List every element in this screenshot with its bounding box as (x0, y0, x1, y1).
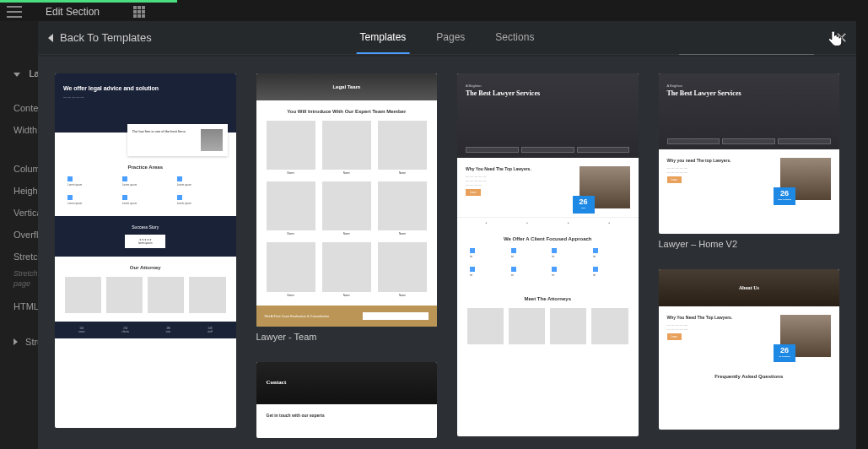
thumb-hero-title: Contact (256, 362, 438, 404)
thumb-why-title: Why you need The top Lawyers. (667, 158, 776, 163)
tab-templates[interactable]: Templates (357, 21, 410, 54)
template-card[interactable]: A Brighton The Best Lawyer Services Why … (457, 73, 639, 436)
thumb-why-title: Why You Need The Top Lawyers. (667, 315, 776, 320)
modal-tabs: Templates Pages Sections (357, 21, 538, 54)
chevron-left-icon (48, 34, 53, 42)
thumb-hero-title: About Us (659, 269, 840, 306)
thumb-badge: Legal Team (256, 73, 438, 100)
chevron-right-icon (13, 338, 18, 345)
chevron-down-icon[interactable] (13, 73, 20, 77)
template-label: Lawyer - Team (256, 332, 438, 342)
thumb-meet-title: Meet The Attorneys (467, 296, 628, 301)
app-topbar: Edit Section (0, 3, 868, 21)
thumb-faq-title: Frequently Asked Questions (669, 374, 830, 379)
template-card[interactable]: Legal Team You Will Introduce With Our E… (256, 73, 438, 342)
template-card[interactable]: About Us Why You Need The Top Lawyers. —… (659, 269, 840, 430)
grid-icon[interactable] (133, 6, 145, 18)
template-card[interactable]: We offer legal advice and solution — — —… (55, 73, 236, 428)
thumb-hero-title: The Best Lawyer Services (667, 89, 832, 97)
tab-sections[interactable]: Sections (492, 21, 537, 54)
thumb-body-title: Get in touch with our experts (256, 404, 438, 426)
thumb-success-title: Success Story (65, 224, 226, 230)
thumb-cta: Get A Free Case Evaluation & Consultatio… (265, 314, 347, 318)
thumb-subtitle: You Will Introduce With Our Expert Team … (267, 109, 428, 114)
thumb-approach-title: We Offer A Client Focused Approach (467, 236, 628, 241)
thumb-hero-title: The Best Lawyer Services (466, 89, 630, 97)
thumb-why-title: Why You Need The Top Lawyers. (466, 166, 574, 171)
hamburger-icon[interactable] (7, 6, 22, 18)
thumb-float-text: Our law firm is one of the best firms (132, 129, 197, 151)
template-card[interactable]: A Brighton The Best Lawyer Services Why … (659, 73, 840, 249)
thumb-attorney-title: Our Attorney (65, 265, 226, 270)
back-label: Back To Templates (60, 31, 152, 44)
template-label: Lawyer – Home V2 (659, 239, 840, 249)
back-button[interactable]: Back To Templates (48, 31, 152, 44)
template-library-modal: Back To Templates Templates Pages Sectio… (38, 21, 856, 449)
close-icon[interactable]: ✕ (835, 29, 848, 47)
template-grid[interactable]: We offer legal advice and solution — — —… (38, 57, 856, 449)
topbar-title: Edit Section (46, 6, 100, 18)
modal-header: Back To Templates Templates Pages Sectio… (38, 21, 856, 55)
thumb-hero-title: We offer legal advice and solution (63, 85, 228, 92)
template-card[interactable]: Contact Get in touch with our experts (256, 362, 438, 438)
thumb-practice-title: Practice Areas (65, 165, 226, 170)
tab-pages[interactable]: Pages (433, 21, 468, 54)
